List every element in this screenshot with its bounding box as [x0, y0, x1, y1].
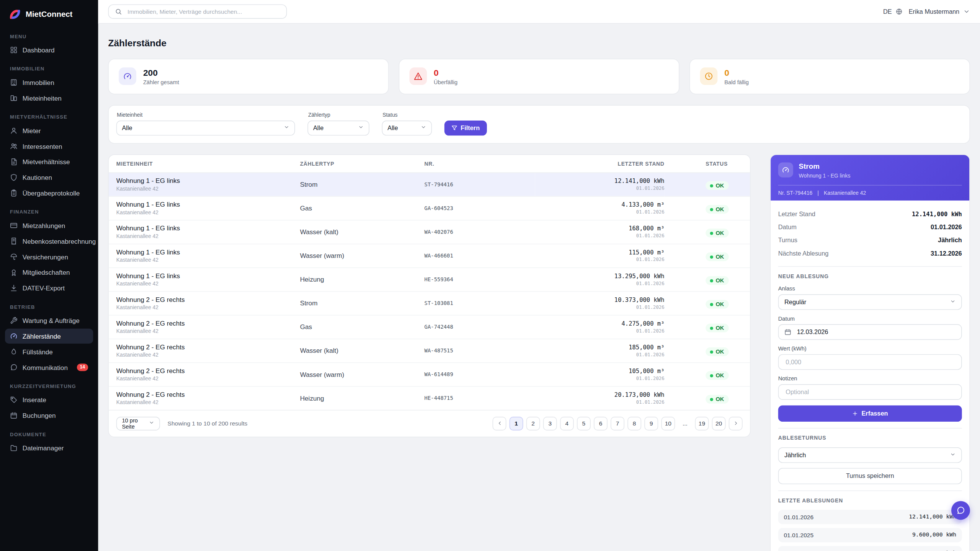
turnus-select[interactable]: Jährlich	[778, 447, 962, 463]
page-button-10[interactable]: 10	[661, 417, 675, 430]
sidebar: MietConnect MENUDashboardIMMOBILIENImmob…	[0, 0, 98, 551]
mieteinheit-select[interactable]: Alle	[116, 121, 295, 135]
sidebar-item-dashboard[interactable]: Dashboard	[5, 42, 93, 57]
sidebar-section-label: KURZZEITVERMIETUNG	[5, 375, 93, 392]
status-badge: OK	[706, 181, 728, 190]
unit-address: Kastanienallee 42	[116, 186, 292, 192]
sidebar-item-datev-export[interactable]: DATEV-Export	[5, 280, 93, 295]
stat-card-due-soon: 0 Bald fällig	[689, 59, 970, 94]
page-button-5[interactable]: 5	[577, 417, 591, 430]
erfassen-button[interactable]: Erfassen	[778, 405, 962, 421]
sidebar-item-kommunikation[interactable]: Kommunikation14	[5, 360, 93, 375]
table-row[interactable]: Wohnung 2 - EG rechtsKastanienallee 42He…	[109, 386, 750, 409]
shield-icon	[10, 174, 18, 181]
table-row[interactable]: Wohnung 2 - EG rechtsKastanienallee 42Wa…	[109, 339, 750, 362]
turnus-speichern-button[interactable]: Turnus speichern	[778, 468, 962, 484]
filter-button[interactable]: Filtern	[444, 121, 487, 135]
sidebar-item-übergabeprotokolle[interactable]: Übergabeprotokolle	[5, 186, 93, 201]
sidebar-item-nebenkostenabrechnung[interactable]: Nebenkostenabrechnung	[5, 234, 93, 249]
meter-type: Gas	[292, 196, 417, 220]
status-select[interactable]: Alle	[382, 121, 432, 135]
page-button-6[interactable]: 6	[594, 417, 608, 430]
page-button-9[interactable]: 9	[644, 417, 658, 430]
page-button-3[interactable]: 3	[543, 417, 557, 430]
stat-card-total: 200 Zähler gesamt	[108, 59, 389, 94]
sidebar-section-label: DOKUMENTE	[5, 424, 93, 440]
dashboard-icon	[10, 46, 18, 54]
meter-icon	[119, 68, 136, 85]
table-row[interactable]: Wohnung 1 - EG linksKastanienallee 42Str…	[109, 173, 750, 196]
meters-table-card: Mieteinheit Zählertyp Nr. Letzter Stand …	[108, 154, 750, 437]
sidebar-item-interessenten[interactable]: Interessenten	[5, 139, 93, 153]
history-row: 01.01.202612.141,000 kWh	[778, 510, 962, 524]
zaehlertyp-select[interactable]: Alle	[307, 121, 369, 135]
language-selector[interactable]: DE	[883, 8, 902, 15]
page-button-4[interactable]: 4	[560, 417, 574, 430]
page-title: Zählerstände	[108, 37, 970, 48]
global-search[interactable]	[108, 4, 287, 19]
calendar-icon	[784, 328, 791, 335]
page-size-select[interactable]: 10 pro Seite	[116, 417, 160, 430]
table-row[interactable]: Wohnung 2 - EG rechtsKastanienallee 42St…	[109, 291, 750, 315]
table-row[interactable]: Wohnung 1 - EG linksKastanienallee 42Was…	[109, 244, 750, 267]
brand[interactable]: MietConnect	[0, 0, 98, 26]
sidebar-item-label: Übergabeprotokolle	[23, 189, 80, 197]
sidebar-item-buchungen[interactable]: Buchungen	[5, 408, 93, 423]
sidebar-item-zählerstände[interactable]: Zählerstände	[5, 329, 93, 344]
status-dot-icon	[710, 255, 713, 258]
page-button-20[interactable]: 20	[712, 417, 726, 430]
sidebar-item-dateimanager[interactable]: Dateimanager	[5, 440, 93, 455]
user-menu[interactable]: Erika Mustermann	[909, 8, 970, 15]
filter-label: Mieteinheit	[117, 112, 295, 118]
last-reading-value: 12.141,000 kWh	[542, 177, 664, 184]
meter-detail-panel: Strom Wohnung 1 - EG links Nr. ST-794416…	[770, 154, 970, 551]
last-reading-value: 115,000 m³	[542, 248, 664, 255]
sidebar-item-wartung-aufträge[interactable]: Wartung & Aufträge	[5, 313, 93, 328]
datum-input[interactable]	[795, 328, 956, 336]
page-button-1[interactable]: 1	[510, 417, 523, 430]
wert-input[interactable]	[784, 358, 956, 366]
notizen-label: Notizen	[778, 375, 962, 381]
page-button-8[interactable]: 8	[627, 417, 641, 430]
page-button-7[interactable]: 7	[611, 417, 624, 430]
brand-logo-icon	[9, 8, 21, 21]
chevron-down-icon	[950, 452, 956, 458]
datum-field[interactable]	[778, 324, 962, 340]
sidebar-item-immobilien[interactable]: Immobilien	[5, 75, 93, 90]
sidebar-item-füllstände[interactable]: Füllstände	[5, 344, 93, 359]
table-row[interactable]: Wohnung 1 - EG linksKastanienallee 42Hei…	[109, 267, 750, 291]
page-button-19[interactable]: 19	[695, 417, 709, 430]
notizen-input[interactable]	[784, 388, 956, 396]
chat-fab-button[interactable]	[951, 501, 970, 520]
sidebar-item-kautionen[interactable]: Kautionen	[5, 170, 93, 185]
unit-name: Wohnung 1 - EG links	[116, 177, 292, 184]
sidebar-item-label: DATEV-Export	[23, 284, 65, 292]
sidebar-item-mietverhältnisse[interactable]: Mietverhältnisse	[5, 154, 93, 169]
previous-page-button[interactable]	[493, 417, 506, 430]
last-reading-date: 01.01.2026	[542, 304, 664, 310]
next-page-button[interactable]	[729, 417, 743, 430]
sidebar-item-mieteinheiten[interactable]: Mieteinheiten	[5, 91, 93, 106]
history-list: 01.01.202612.141,000 kWh01.01.20259.600,…	[778, 510, 962, 551]
search-input[interactable]	[126, 8, 280, 16]
page-button-2[interactable]: 2	[526, 417, 540, 430]
table-row[interactable]: Wohnung 2 - EG rechtsKastanienallee 42Ga…	[109, 315, 750, 339]
history-row: 01.01.20259.600,000 kWh	[778, 528, 962, 542]
last-reading-date: 01.01.2026	[542, 257, 664, 262]
table-row[interactable]: Wohnung 1 - EG linksKastanienallee 42Gas…	[109, 196, 750, 220]
meter-number: HE-448715	[417, 386, 535, 409]
datum-label: Datum	[778, 315, 962, 321]
table-row[interactable]: Wohnung 1 - EG linksKastanienallee 42Was…	[109, 220, 750, 244]
sidebar-item-mietzahlungen[interactable]: Mietzahlungen	[5, 218, 93, 233]
sidebar-item-mieter[interactable]: Mieter	[5, 123, 93, 138]
sidebar-item-versicherungen[interactable]: Versicherungen	[5, 249, 93, 264]
unit-name: Wohnung 2 - EG rechts	[116, 295, 292, 303]
wert-field[interactable]	[778, 354, 962, 370]
notizen-field[interactable]	[778, 384, 962, 399]
sidebar-item-label: Interessenten	[23, 142, 62, 150]
sidebar-item-mitgliedschaften[interactable]: Mitgliedschaften	[5, 265, 93, 280]
table-row[interactable]: Wohnung 2 - EG rechtsKastanienallee 42Wa…	[109, 362, 750, 386]
anlass-select[interactable]: Regulär	[778, 294, 962, 310]
sidebar-item-inserate[interactable]: Inserate	[5, 392, 93, 407]
unit-name: Wohnung 2 - EG rechts	[116, 319, 292, 327]
